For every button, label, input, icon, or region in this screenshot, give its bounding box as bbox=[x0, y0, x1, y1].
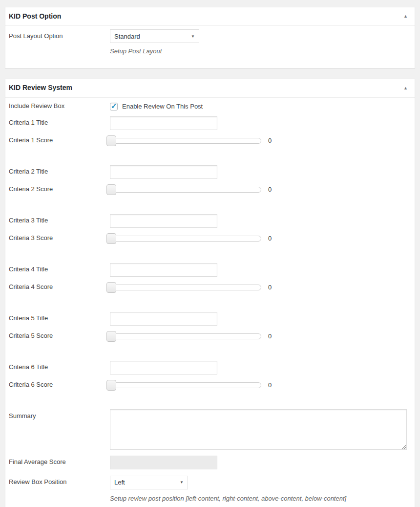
criteria-4-score-slider[interactable] bbox=[106, 282, 261, 293]
summary-textarea[interactable] bbox=[110, 409, 407, 450]
summary-row: Summary bbox=[9, 409, 407, 450]
criteria-4-score-row: Criteria 4 Score 0 bbox=[9, 282, 407, 293]
panel-title: KID Review System bbox=[9, 83, 72, 93]
post-layout-row: Post Layout Option Standard ▼ bbox=[9, 29, 407, 43]
post-layout-selected-value: Standard bbox=[114, 33, 140, 40]
criteria-4-title-label: Criteria 4 Title bbox=[9, 265, 110, 274]
collapse-arrow-icon: ▲ bbox=[403, 14, 408, 19]
enable-review-checkbox[interactable]: ✓ bbox=[110, 103, 118, 110]
post-layout-select[interactable]: Standard ▼ bbox=[110, 29, 199, 43]
kid-post-option-body: Post Layout Option Standard ▼ Setup Post… bbox=[5, 26, 415, 68]
slider-handle[interactable] bbox=[106, 331, 116, 342]
criteria-6-score-row: Criteria 6 Score 0 bbox=[9, 380, 407, 391]
metabox-area: KID Post Option ▲ Post Layout Option Sta… bbox=[0, 0, 420, 507]
kid-post-option-panel: KID Post Option ▲ Post Layout Option Sta… bbox=[5, 7, 415, 68]
panel-title: KID Post Option bbox=[9, 12, 61, 22]
criteria-1-title-label: Criteria 1 Title bbox=[9, 118, 110, 127]
criteria-5-score-slider[interactable] bbox=[106, 331, 261, 342]
criteria-4-score-label: Criteria 4 Score bbox=[9, 283, 110, 291]
criteria-3-score-value: 0 bbox=[268, 235, 272, 242]
criteria-6-score-label: Criteria 6 Score bbox=[9, 380, 110, 389]
slider-track[interactable] bbox=[106, 333, 261, 339]
slider-handle[interactable] bbox=[106, 380, 116, 391]
review-position-selected-value: Left bbox=[114, 479, 125, 486]
criteria-2-score-row: Criteria 2 Score 0 bbox=[9, 184, 407, 195]
criteria-3-title-input[interactable] bbox=[110, 214, 217, 228]
criteria-5-title-input[interactable] bbox=[110, 312, 217, 326]
include-review-row: Include Review Box ✓ Enable Review On Th… bbox=[9, 101, 407, 112]
final-average-label: Final Average Score bbox=[9, 458, 110, 466]
criteria-5-title-label: Criteria 5 Title bbox=[9, 314, 110, 323]
slider-track[interactable] bbox=[106, 285, 261, 290]
slider-handle[interactable] bbox=[106, 282, 116, 293]
criteria-3-score-row: Criteria 3 Score 0 bbox=[9, 233, 407, 244]
criteria-1-score-slider[interactable] bbox=[106, 135, 261, 146]
enable-review-checkbox-label: Enable Review On This Post bbox=[122, 103, 203, 110]
criteria-2-title-row: Criteria 2 Title bbox=[9, 165, 407, 179]
criteria-4-title-input[interactable] bbox=[110, 263, 217, 277]
review-position-row: Review Box Position Left ▼ bbox=[9, 476, 407, 489]
criteria-2-title-input[interactable] bbox=[110, 165, 217, 179]
criteria-6-title-input[interactable] bbox=[110, 361, 217, 375]
final-average-input bbox=[110, 456, 217, 469]
collapse-panel-button[interactable]: ▲ bbox=[400, 85, 411, 91]
chevron-down-icon: ▼ bbox=[180, 480, 184, 485]
criteria-5-title-row: Criteria 5 Title bbox=[9, 312, 407, 326]
collapse-panel-button[interactable]: ▲ bbox=[400, 13, 411, 20]
criteria-1-title-input[interactable] bbox=[110, 116, 217, 130]
final-average-row: Final Average Score bbox=[9, 456, 407, 469]
criteria-1-score-row: Criteria 1 Score 0 bbox=[9, 135, 407, 146]
criteria-6-title-row: Criteria 6 Title bbox=[9, 361, 407, 375]
slider-track[interactable] bbox=[106, 236, 261, 242]
criteria-2-score-slider[interactable] bbox=[106, 184, 261, 195]
include-review-label: Include Review Box bbox=[9, 102, 110, 110]
criteria-1-score-value: 0 bbox=[268, 137, 272, 144]
criteria-2-score-label: Criteria 2 Score bbox=[9, 185, 110, 194]
chevron-down-icon: ▼ bbox=[191, 34, 195, 39]
slider-track[interactable] bbox=[106, 138, 261, 144]
summary-label: Summary bbox=[9, 409, 110, 420]
criteria-5-score-row: Criteria 5 Score 0 bbox=[9, 331, 407, 342]
criteria-4-score-value: 0 bbox=[268, 284, 272, 291]
criteria-6-score-slider[interactable] bbox=[106, 380, 261, 391]
slider-track[interactable] bbox=[106, 382, 261, 388]
kid-review-system-panel: KID Review System ▲ Include Review Box ✓… bbox=[5, 79, 415, 507]
slider-track[interactable] bbox=[106, 187, 261, 193]
criteria-5-score-label: Criteria 5 Score bbox=[9, 331, 110, 340]
kid-post-option-header[interactable]: KID Post Option ▲ bbox=[5, 7, 415, 26]
criteria-5-score-value: 0 bbox=[268, 332, 272, 340]
criteria-1-title-row: Criteria 1 Title bbox=[9, 116, 407, 130]
criteria-3-score-label: Criteria 3 Score bbox=[9, 234, 110, 242]
criteria-3-title-row: Criteria 3 Title bbox=[9, 214, 407, 228]
review-position-helper-text: Setup review post position [left-content… bbox=[110, 494, 407, 504]
criteria-4-title-row: Criteria 4 Title bbox=[9, 263, 407, 277]
criteria-1-score-label: Criteria 1 Score bbox=[9, 136, 110, 145]
post-layout-label: Post Layout Option bbox=[9, 32, 110, 41]
slider-handle[interactable] bbox=[106, 233, 116, 244]
review-position-select[interactable]: Left ▼ bbox=[110, 476, 188, 489]
criteria-6-title-label: Criteria 6 Title bbox=[9, 363, 110, 372]
criteria-6-score-value: 0 bbox=[268, 381, 272, 389]
slider-handle[interactable] bbox=[106, 184, 116, 195]
check-icon: ✓ bbox=[111, 102, 117, 110]
post-layout-helper-text: Setup Post Layout bbox=[110, 46, 407, 56]
review-position-label: Review Box Position bbox=[9, 478, 110, 486]
kid-review-system-body: Include Review Box ✓ Enable Review On Th… bbox=[5, 98, 415, 507]
collapse-arrow-icon: ▲ bbox=[403, 86, 408, 90]
kid-review-system-header[interactable]: KID Review System ▲ bbox=[5, 79, 415, 98]
criteria-2-title-label: Criteria 2 Title bbox=[9, 167, 110, 176]
slider-handle[interactable] bbox=[106, 135, 116, 146]
criteria-3-score-slider[interactable] bbox=[106, 233, 261, 244]
criteria-2-score-value: 0 bbox=[268, 186, 272, 193]
criteria-3-title-label: Criteria 3 Title bbox=[9, 216, 110, 225]
